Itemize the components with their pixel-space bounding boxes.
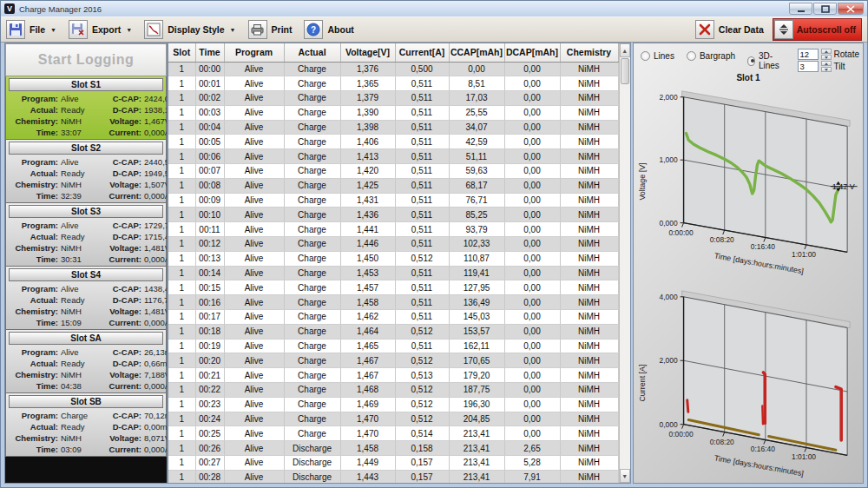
tilt-input[interactable]: 3 xyxy=(798,61,819,72)
table-row[interactable]: 100:05AliveCharge1,4060,51142,590,00NiMH xyxy=(168,135,618,149)
table-row[interactable]: 100:03AliveCharge1,3900,51125,550,00NiMH xyxy=(168,105,618,120)
table-row[interactable]: 100:06AliveCharge1,4130,51151,110,00NiMH xyxy=(168,149,618,164)
table-cell: NiMH xyxy=(560,470,618,484)
export-button[interactable]: Export ▼ xyxy=(69,20,132,39)
svg-text:1:01:00: 1:01:00 xyxy=(792,250,816,259)
scrollbar-thumb[interactable] xyxy=(621,58,630,84)
table-cell: 204,85 xyxy=(449,412,504,426)
table-row[interactable]: 100:21AliveCharge1,4670,513179,200,00NiM… xyxy=(168,368,618,383)
table-row[interactable]: 100:15AliveCharge1,4570,511127,950,00NiM… xyxy=(168,280,618,295)
spin-up-icon[interactable] xyxy=(821,49,832,54)
about-button[interactable]: ? About xyxy=(304,20,353,39)
table-row[interactable]: 100:09AliveCharge1,4310,51176,710,00NiMH xyxy=(168,193,618,208)
table-cell: Charge xyxy=(284,280,340,295)
table-row[interactable]: 100:17AliveCharge1,4620,511145,030,00NiM… xyxy=(168,310,618,325)
rotate-stepper[interactable] xyxy=(821,49,832,60)
table-row[interactable]: 100:00AliveCharge1,3760,5000,000,00NiMH xyxy=(168,62,618,76)
slot-values: Program:AliveC-CAP:1729,76mAhActual:Read… xyxy=(9,220,163,265)
table-scrollbar[interactable]: ▲ ▼ xyxy=(619,43,631,483)
column-header[interactable]: Program xyxy=(224,43,284,62)
display-style-button[interactable]: Display Style ▼ xyxy=(144,20,235,39)
table-row[interactable]: 100:27AliveDischarge1,4490,157213,415,28… xyxy=(168,456,618,471)
table-cell: 1 xyxy=(168,441,195,456)
table-row[interactable]: 100:26AliveDischarge1,4580,158213,412,65… xyxy=(168,441,618,456)
table-cell: 00:11 xyxy=(195,222,224,237)
autoscroll-toggle-button[interactable]: Autoscroll off xyxy=(773,18,862,41)
table-row[interactable]: 100:01AliveCharge1,3650,5118,510,00NiMH xyxy=(168,76,618,91)
radio-3d-lines[interactable]: 3D-Lines xyxy=(747,51,785,70)
start-logging-button[interactable]: Start Logging xyxy=(5,43,167,76)
slot-field-label: C-CAP: xyxy=(101,283,144,294)
table-row[interactable]: 100:16AliveCharge1,4580,511136,490,00NiM… xyxy=(168,295,618,310)
slot-panel[interactable]: Slot S4Program:AliveC-CAP:1438,44mAhActu… xyxy=(5,267,167,330)
minimize-button[interactable] xyxy=(789,3,812,15)
rotate-input[interactable]: 12 xyxy=(798,49,819,60)
table-row[interactable]: 100:08AliveCharge1,4250,51168,170,00NiMH xyxy=(168,178,618,193)
spin-down-icon[interactable] xyxy=(821,55,832,60)
column-header[interactable]: CCAP[mAh] xyxy=(449,43,504,62)
log-table[interactable]: SlotTimeProgramActualVoltage[V]Current[A… xyxy=(168,43,619,484)
spin-down-icon[interactable] xyxy=(821,67,832,72)
column-header[interactable]: DCAP[mAh] xyxy=(504,43,560,62)
table-row[interactable]: 100:24AliveCharge1,4700,512204,850,00NiM… xyxy=(168,412,618,426)
table-cell: Charge xyxy=(284,105,340,120)
clear-data-button[interactable]: Clear Data xyxy=(695,20,764,39)
app-logo-icon: V xyxy=(4,3,15,14)
table-row[interactable]: 100:20AliveCharge1,4670,512170,650,00NiM… xyxy=(168,353,618,368)
scrollbar-track[interactable] xyxy=(620,57,631,469)
table-row[interactable]: 100:07AliveCharge1,4200,51159,630,00NiMH xyxy=(168,164,618,179)
slot-panel-title: Slot S4 xyxy=(9,268,163,281)
radio-bargraph[interactable]: Bargraph xyxy=(687,51,735,61)
column-header[interactable]: Current[A] xyxy=(395,43,449,62)
table-row[interactable]: 100:25AliveCharge1,4700,514213,410,00NiM… xyxy=(168,426,618,441)
table-cell: Charge xyxy=(284,237,340,252)
slot-panel[interactable]: Slot S3Program:AliveC-CAP:1729,76mAhActu… xyxy=(5,203,167,267)
slot-panel[interactable]: Slot S2Program:AliveC-CAP:2440,55mAhActu… xyxy=(5,140,167,203)
column-header[interactable]: Actual xyxy=(284,43,340,62)
slot-field-value: NiMH xyxy=(61,306,101,317)
column-header[interactable]: Chemistry xyxy=(560,43,618,62)
slot-values: Program:ChargeC-CAP:70,12mAhActual:Ready… xyxy=(9,410,163,455)
table-cell: NiMH xyxy=(560,266,618,280)
table-row[interactable]: 100:14AliveCharge1,4530,511119,410,00NiM… xyxy=(168,266,618,280)
table-cell: 1 xyxy=(168,470,195,484)
table-cell: 1 xyxy=(168,397,195,412)
column-header[interactable]: Slot xyxy=(168,43,195,62)
table-row[interactable]: 100:04AliveCharge1,3980,51134,070,00NiMH xyxy=(168,120,618,135)
close-button[interactable] xyxy=(838,3,864,15)
table-row[interactable]: 100:19AliveCharge1,4650,511162,110,00NiM… xyxy=(168,339,618,353)
column-header[interactable]: Time xyxy=(195,43,224,62)
slot-panel[interactable]: Slot SBProgram:ChargeC-CAP:70,12mAhActua… xyxy=(5,393,167,457)
scroll-down-icon[interactable]: ▼ xyxy=(620,469,631,483)
radio-circle-icon xyxy=(687,51,696,61)
slot-panel[interactable]: Slot SAProgram:AliveC-CAP:26,13mAhActual… xyxy=(5,330,167,393)
table-row[interactable]: 100:22AliveCharge1,4680,512187,750,00NiM… xyxy=(168,383,618,398)
spin-up-icon[interactable] xyxy=(821,61,832,66)
slot-field-label: Voltage: xyxy=(101,306,144,317)
table-row[interactable]: 100:12AliveCharge1,4460,511102,330,00NiM… xyxy=(168,237,618,252)
radio-lines[interactable]: Lines xyxy=(641,51,674,61)
table-cell: Charge xyxy=(284,193,340,208)
table-cell: 1,413 xyxy=(340,149,395,164)
column-header[interactable]: Voltage[V] xyxy=(340,43,395,62)
slot-field-label: Voltage: xyxy=(101,432,144,444)
table-row[interactable]: 100:23AliveCharge1,4690,512196,300,00NiM… xyxy=(168,397,618,412)
table-row[interactable]: 100:11AliveCharge1,4410,51193,790,00NiMH xyxy=(168,222,618,237)
table-cell: 00:14 xyxy=(195,266,224,280)
table-row[interactable]: 100:13AliveCharge1,4500,512110,870,00NiM… xyxy=(168,251,618,266)
table-row[interactable]: 100:10AliveCharge1,4360,51185,250,00NiMH xyxy=(168,208,618,222)
slot-field-label: Actual: xyxy=(9,231,61,242)
scroll-up-icon[interactable]: ▲ xyxy=(620,43,631,57)
file-button[interactable]: File ▼ xyxy=(6,20,56,39)
table-cell: NiMH xyxy=(560,164,618,179)
table-row[interactable]: 100:18AliveCharge1,4640,512153,570,00NiM… xyxy=(168,324,618,339)
print-button[interactable]: Print xyxy=(248,20,293,39)
tilt-stepper[interactable] xyxy=(821,61,832,72)
table-cell: Alive xyxy=(224,120,284,135)
table-row[interactable]: 100:02AliveCharge1,3790,51117,030,00NiMH xyxy=(168,91,618,106)
table-cell: 1,468 xyxy=(340,383,395,398)
table-row[interactable]: 100:28AliveDischarge1,4430,157213,417,91… xyxy=(168,470,618,484)
maximize-button[interactable] xyxy=(813,3,837,15)
slot-panel[interactable]: Slot S1Program:AliveC-CAP:2424,03mAhActu… xyxy=(5,76,167,140)
slot-field-label: C-CAP: xyxy=(101,410,144,421)
